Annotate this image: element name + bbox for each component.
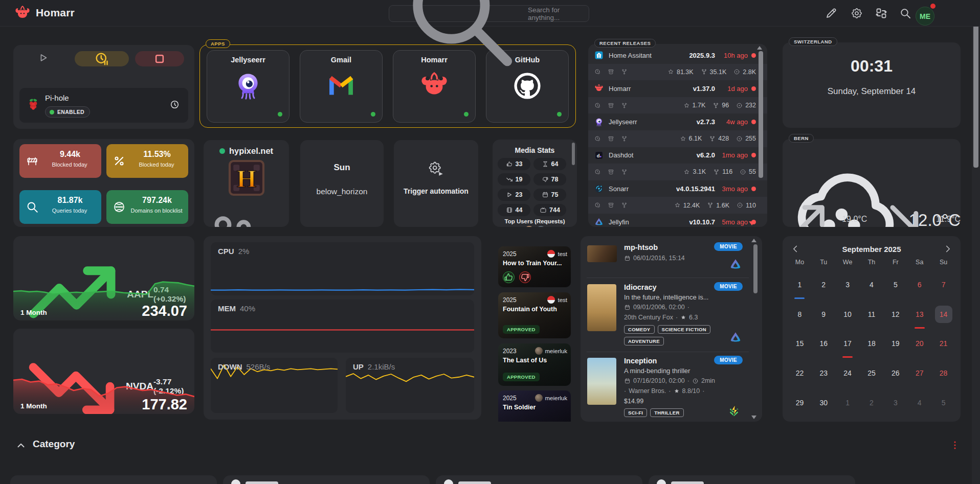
scroll-up-arrow[interactable] <box>757 46 762 50</box>
star-icon <box>683 169 690 175</box>
calendar-prev-icon[interactable] <box>790 243 801 255</box>
calendar-day-19[interactable]: 19 <box>883 329 907 359</box>
calendar-day-5[interactable]: 5 <box>883 270 907 299</box>
media-item-mp-htsob[interactable]: mp-htsob06/01/2016, 15:14MOVIE <box>587 242 749 273</box>
pause-timer-button[interactable] <box>75 51 129 66</box>
calendar-day-18[interactable]: 18 <box>860 329 884 359</box>
category-app-tile[interactable] <box>649 475 855 484</box>
calendar-day-12[interactable]: 12 <box>883 299 907 329</box>
calendar-day-5-next[interactable]: 5 <box>931 388 955 418</box>
category-menu-icon[interactable] <box>949 440 961 451</box>
calendar-day-3-next[interactable]: 3 <box>883 388 907 418</box>
app-card-gmail[interactable]: Gmail <box>300 50 383 123</box>
scroll-down-arrow[interactable] <box>751 416 756 419</box>
header-search-icon[interactable] <box>899 7 911 19</box>
calendar-day-4-next[interactable]: 4 <box>907 388 931 418</box>
request-year: 2023 <box>503 348 517 355</box>
request-card-2[interactable]: 2023meierlukThe Last of UsAPPROVED <box>498 343 571 386</box>
releases-scrollbar[interactable] <box>759 51 763 178</box>
edit-mode-icon[interactable] <box>825 7 837 19</box>
calendar-day-23[interactable]: 23 <box>812 358 836 388</box>
enable-all-button[interactable] <box>38 52 49 63</box>
calendar-day-30[interactable]: 30 <box>812 388 836 418</box>
calendar-day-2-next[interactable]: 2 <box>860 388 884 418</box>
pihole-stat-barrier[interactable]: 9.44kBlocked today <box>19 144 101 178</box>
stars-stat: 81.3K <box>667 68 694 76</box>
media-scrollbar[interactable] <box>753 244 758 293</box>
recent-releases-widget: Home Assitant2025.9.310h ago81.3K35.1K2.… <box>588 44 767 227</box>
media-item-idiocracy[interactable]: IdiocracyIn the future, intelligence is.… <box>587 282 749 349</box>
system-monitor-card: CPU2% MEM40% DOWN526B/s UP2.1kiB/s <box>204 236 481 420</box>
release-version: v1.37.0 <box>693 85 715 93</box>
stop-button[interactable] <box>135 51 184 66</box>
calendar-day-25[interactable]: 25 <box>860 358 884 388</box>
calendar-next-icon[interactable] <box>942 243 953 255</box>
pihole-stat-percent[interactable]: 11.53%Blocked today <box>106 144 188 178</box>
calendar-day-7[interactable]: 7 <box>931 270 955 299</box>
release-row-jellyfin[interactable]: Jellyfinv10.10.75mo ago <box>588 214 767 227</box>
app-online-dot <box>371 112 375 117</box>
release-row-jellyseerr[interactable]: Jellyseerrv2.7.34w ago <box>588 113 767 130</box>
pihole-stat-globe[interactable]: www797.24kDomains on blocklist <box>106 190 188 224</box>
media-stats-scrollbar[interactable] <box>572 143 575 165</box>
calendar-day-28[interactable]: 28 <box>931 358 955 388</box>
tag: ADVENTURE <box>624 337 664 345</box>
calendar-day-24[interactable]: 24 <box>836 358 860 388</box>
calendar-day-14[interactable]: 14 <box>931 299 955 329</box>
category-app-tile[interactable] <box>223 475 430 484</box>
request-card-1[interactable]: 2025testFountain of YouthAPPROVED <box>498 292 571 338</box>
pihole-instance-row[interactable]: Pi-hole ENABLED <box>19 88 188 123</box>
calendar-day-29[interactable]: 29 <box>788 388 812 418</box>
board-switch-icon[interactable] <box>875 7 887 19</box>
category-app-tile[interactable] <box>10 475 217 484</box>
media-stats-widget: Media Stats 33641978237544744 Top Users … <box>493 140 577 227</box>
app-card-jellyseerr[interactable]: Jellyseerr <box>207 50 289 123</box>
release-row-homarr[interactable]: Homarrv1.37.01d ago <box>588 80 767 97</box>
release-row-dashdot[interactable]: dDashdotv6.2.01mo ago <box>588 147 767 164</box>
approve-button[interactable] <box>503 271 515 283</box>
page-scrollbar-thumb[interactable] <box>973 8 978 168</box>
git-fork-icon <box>621 135 628 142</box>
release-row-home-assitant[interactable]: Home Assitant2025.9.310h ago <box>588 47 767 64</box>
movie-badge: MOVIE <box>714 242 743 251</box>
calendar-day-1[interactable]: 1 <box>788 270 812 299</box>
calendar-day-9[interactable]: 9 <box>812 299 836 329</box>
media-desc: In the future, intelligence is... <box>624 293 708 301</box>
tag: SCI-FI <box>624 408 647 417</box>
calendar-day-27[interactable]: 27 <box>907 358 931 388</box>
calendar-day-22[interactable]: 22 <box>788 358 812 388</box>
request-card-3[interactable]: 2025meierlukTin Soldier <box>498 390 571 422</box>
settings-icon[interactable] <box>851 7 863 19</box>
search-bar[interactable]: Search for anything... <box>389 5 589 22</box>
calendar-day-4[interactable]: 4 <box>860 270 884 299</box>
automation-card[interactable]: Trigger automation <box>394 140 478 227</box>
calendar-day-6[interactable]: 6 <box>907 270 931 299</box>
calendar-day-26[interactable]: 26 <box>883 358 907 388</box>
calendar-day-20[interactable]: 20 <box>907 329 931 359</box>
release-row-sonarr[interactable]: Sonarrv4.0.15.29413mo ago <box>588 180 767 197</box>
category-app-tile[interactable] <box>436 475 642 484</box>
calendar-day-8[interactable]: 8 <box>788 299 812 329</box>
network-down-graph: DOWN526B/s <box>211 358 338 413</box>
calendar-day-21[interactable]: 21 <box>931 329 955 359</box>
scroll-up-arrow[interactable] <box>751 239 756 242</box>
calendar-day-13[interactable]: 13 <box>907 299 931 329</box>
request-card-0[interactable]: 2025testHow to Train Your... <box>498 246 571 287</box>
category-collapse-icon[interactable] <box>15 440 27 451</box>
pihole-stat-search[interactable]: 81.87kQueries today <box>19 190 101 224</box>
calendar-icon <box>624 304 631 311</box>
calendar-day-15[interactable]: 15 <box>788 329 812 359</box>
calendar-day-2[interactable]: 2 <box>812 270 836 299</box>
pihole-timer-icon[interactable] <box>169 99 180 110</box>
calendar-day-10[interactable]: 10 <box>836 299 860 329</box>
user-avatar <box>547 250 555 258</box>
calendar-day-16[interactable]: 16 <box>812 329 836 359</box>
calendar-day-3[interactable]: 3 <box>836 270 860 299</box>
minecraft-card[interactable]: hypixel.net H 29.4k / 200.0k <box>204 140 289 227</box>
calendar-day-11[interactable]: 11 <box>860 299 884 329</box>
calendar-day-17[interactable]: 17 <box>836 329 860 359</box>
calendar-grid: 1234567891011121314151617181920212223242… <box>788 270 955 418</box>
decline-button[interactable] <box>519 271 531 283</box>
calendar-day-1-next[interactable]: 1 <box>836 388 860 418</box>
media-item-inception[interactable]: InceptionA mind-bending thriller07/16/20… <box>587 356 749 422</box>
